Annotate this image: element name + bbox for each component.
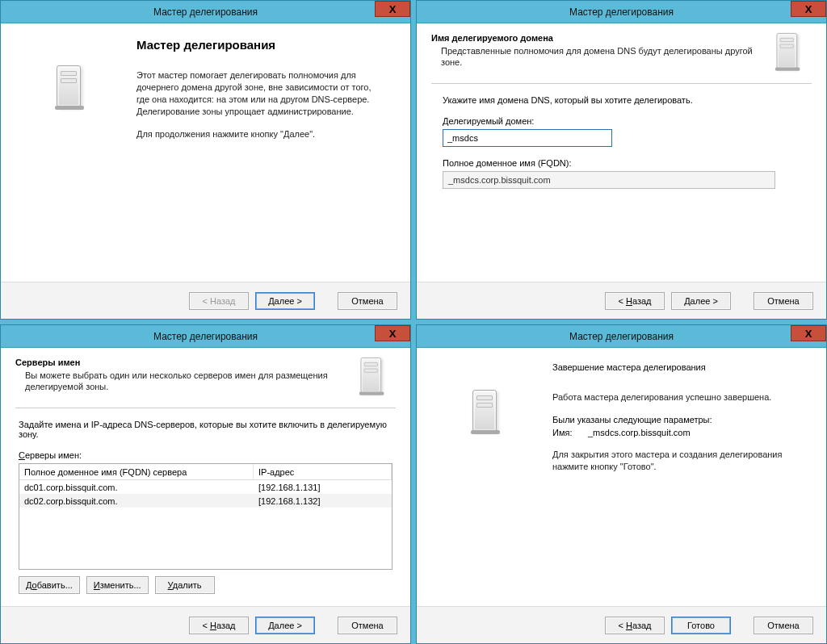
wizard-welcome-window: Мастер делегирования X Мастер делегирова… bbox=[0, 0, 411, 320]
cell-fqdn: dc02.corp.bissquit.com. bbox=[19, 496, 254, 506]
back-button[interactable]: < Назад bbox=[605, 617, 665, 634]
close-button[interactable]: X bbox=[791, 1, 826, 17]
header-desc: Представленные полномочия для домена DNS… bbox=[431, 45, 754, 69]
continue-hint: Для продолжения нажмите кнопку "Далее". bbox=[136, 128, 379, 140]
instruction-text: Укажите имя домена DNS, который вы хотит… bbox=[443, 95, 800, 105]
summary-name-label: Имя: bbox=[552, 428, 588, 437]
wizard-graphic bbox=[431, 358, 552, 606]
title-text: Мастер делегирования bbox=[569, 331, 674, 342]
header-desc: Вы можете выбрать один или несколько сер… bbox=[15, 370, 338, 393]
page-title: Завершение мастера делегирования bbox=[552, 362, 812, 372]
titlebar[interactable]: Мастер делегирования X bbox=[417, 1, 826, 23]
col-fqdn[interactable]: Полное доменное имя (FQDN) сервера bbox=[19, 464, 254, 479]
add-button[interactable]: Добавить... bbox=[19, 576, 80, 594]
wizard-complete-window: Мастер делегирования X Завершение мастер… bbox=[416, 324, 827, 644]
wizard-servers-window: Мастер делегирования X Серверы имен Вы м… bbox=[0, 324, 411, 644]
wizard-graphic bbox=[15, 33, 136, 282]
title-text: Мастер делегирования bbox=[153, 331, 258, 342]
close-icon: X bbox=[389, 328, 397, 340]
cancel-button[interactable]: Отмена bbox=[338, 292, 397, 310]
servers-table[interactable]: Полное доменное имя (FQDN) сервера IP-ад… bbox=[19, 463, 393, 570]
close-button[interactable]: X bbox=[791, 325, 826, 341]
cell-ip: [192.168.1.132] bbox=[254, 496, 392, 506]
titlebar[interactable]: Мастер делегирования X bbox=[417, 325, 826, 348]
instruction-text: Задайте имена и IP-адреса DNS-серверов, … bbox=[19, 420, 393, 439]
server-icon bbox=[472, 390, 511, 432]
next-button[interactable]: Далее > bbox=[255, 292, 315, 310]
title-text: Мастер делегирования bbox=[153, 6, 258, 18]
back-button[interactable]: < Назад bbox=[189, 617, 249, 634]
summary-intro: Были указаны следующие параметры: bbox=[552, 415, 812, 424]
delete-button[interactable]: Удалить bbox=[155, 576, 215, 594]
close-icon: X bbox=[805, 328, 812, 340]
header-title: Имя делегируемого домена bbox=[431, 33, 773, 43]
domain-label: Делегируемый домен: bbox=[443, 116, 800, 126]
cancel-button[interactable]: Отмена bbox=[754, 292, 813, 310]
back-button: < Назад bbox=[189, 292, 249, 310]
back-button[interactable]: < Назад bbox=[605, 292, 665, 310]
cancel-button[interactable]: Отмена bbox=[338, 617, 397, 634]
fqdn-readonly: _msdcs.corp.bissquit.com bbox=[443, 171, 775, 189]
summary-name-value: _msdcs.corp.bissquit.com bbox=[588, 428, 691, 437]
close-button[interactable]: X bbox=[375, 325, 410, 341]
titlebar[interactable]: Мастер делегирования X bbox=[1, 1, 410, 23]
table-row[interactable]: dc02.corp.bissquit.com. [192.168.1.132] bbox=[19, 494, 392, 508]
next-button[interactable]: Далее > bbox=[671, 292, 731, 310]
cell-ip: [192.168.1.131] bbox=[254, 483, 392, 492]
next-button[interactable]: Далее > bbox=[255, 617, 315, 634]
server-icon bbox=[57, 65, 95, 107]
servers-label: Серверы имен: bbox=[19, 450, 393, 460]
edit-button[interactable]: Изменить... bbox=[86, 576, 149, 594]
close-icon: X bbox=[805, 3, 812, 15]
col-ip[interactable]: IP-адрес bbox=[254, 464, 392, 479]
close-button[interactable]: X bbox=[375, 1, 410, 17]
cancel-button[interactable]: Отмена bbox=[754, 617, 813, 634]
page-title: Мастер делегирования bbox=[136, 38, 396, 52]
success-text: Работа мастера делегирования успешно зав… bbox=[552, 391, 795, 404]
close-icon: X bbox=[389, 3, 397, 15]
finish-button[interactable]: Готово bbox=[671, 617, 731, 634]
cell-fqdn: dc01.corp.bissquit.com. bbox=[19, 483, 254, 492]
fqdn-label: Полное доменное имя (FQDN): bbox=[443, 158, 800, 168]
titlebar[interactable]: Мастер делегирования X bbox=[1, 325, 410, 348]
server-icon bbox=[773, 33, 812, 75]
finish-hint: Для закрытия этого мастера и создания де… bbox=[552, 449, 795, 473]
header-title: Серверы имен bbox=[15, 358, 357, 367]
wizard-domain-window: Мастер делегирования X Имя делегируемого… bbox=[416, 0, 827, 320]
server-icon bbox=[357, 358, 396, 399]
title-text: Мастер делегирования bbox=[569, 6, 674, 18]
table-row[interactable]: dc01.corp.bissquit.com. [192.168.1.131] bbox=[19, 480, 392, 494]
domain-input[interactable] bbox=[443, 129, 612, 147]
intro-paragraph: Этот мастер помогает делегировать полном… bbox=[136, 69, 379, 117]
